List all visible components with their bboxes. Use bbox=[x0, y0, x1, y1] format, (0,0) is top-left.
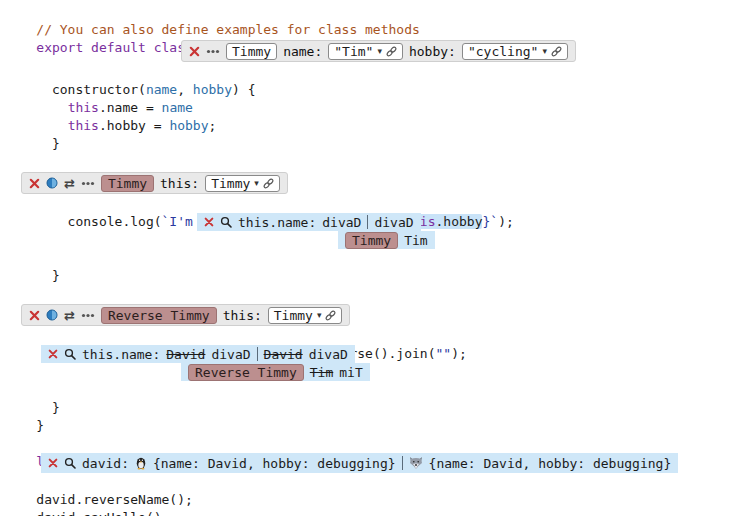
comment-token: // You can also define examples for clas… bbox=[36, 22, 420, 37]
name-param-label: name: bbox=[283, 44, 322, 59]
code-line-reverse-body[interactable]: this.name = this.name.split("").reverse(… bbox=[5, 327, 749, 345]
code-line-reverse-head[interactable]: reverseName() { bbox=[5, 285, 749, 303]
chevron-down-icon: ▾ bbox=[377, 47, 382, 56]
toggle-example-icon[interactable] bbox=[46, 177, 58, 189]
code-line-class-close[interactable]: } bbox=[5, 399, 749, 417]
code-token: console.log( bbox=[36, 214, 161, 229]
link-icon[interactable] bbox=[325, 310, 336, 321]
this-value-text: Timmy bbox=[274, 308, 313, 323]
example-chip[interactable]: Timmy bbox=[101, 175, 154, 192]
param-token: hobby bbox=[193, 82, 232, 97]
code-line-let-david[interactable]: let david = new Person("David", "debuggi… bbox=[5, 435, 749, 453]
remove-example-button[interactable] bbox=[29, 310, 40, 321]
value-divider bbox=[402, 456, 403, 470]
link-icon[interactable] bbox=[263, 178, 274, 189]
sayhello-probe-row2: Timmy Tim bbox=[338, 231, 749, 249]
code-token: david.sayHello(); bbox=[36, 510, 169, 516]
keyword-token: this bbox=[68, 100, 99, 115]
code-line-blank[interactable] bbox=[5, 267, 749, 285]
hobby-value-dropdown[interactable]: "cycling" ▾ bbox=[462, 43, 568, 60]
code-token: } bbox=[36, 136, 59, 151]
example-chip[interactable]: Timmy bbox=[345, 232, 398, 249]
hobby-value-text: "cycling" bbox=[468, 44, 538, 59]
code-line-reverse-close[interactable]: } bbox=[5, 381, 749, 399]
probe-old-value: David bbox=[264, 347, 303, 362]
swap-arrows-icon[interactable]: ⇄ bbox=[64, 176, 75, 191]
chevron-down-icon: ▾ bbox=[542, 47, 547, 56]
code-line-blank[interactable] bbox=[5, 417, 749, 435]
more-options-icon[interactable] bbox=[81, 181, 95, 186]
code-token bbox=[36, 100, 67, 115]
name-value-dropdown[interactable]: "Tim" ▾ bbox=[328, 43, 403, 60]
chevron-down-icon: ▾ bbox=[254, 179, 259, 188]
this-value-dropdown[interactable]: Timmy ▾ bbox=[205, 175, 280, 192]
david-probe-row: david: {name: David, hobby: debugging} {… bbox=[41, 453, 749, 473]
reverse-example-row: ⇄ Reverse Timmy this: Timmy ▾ bbox=[21, 303, 749, 327]
reverse-probe-row2: Reverse Timmy Tim miT bbox=[181, 363, 749, 381]
probe-value: divaD bbox=[374, 215, 413, 230]
remove-probe-button[interactable] bbox=[48, 349, 58, 359]
variable-token: hobby bbox=[169, 118, 208, 133]
code-line-log[interactable]: console.log(`I'm ${this.name} and I like… bbox=[5, 195, 749, 213]
probe-value: divaD bbox=[322, 215, 361, 230]
probe-widget: Reverse Timmy Tim miT bbox=[181, 363, 370, 381]
wolf-icon bbox=[409, 457, 423, 470]
string-token: }` bbox=[482, 214, 498, 229]
this-value-dropdown[interactable]: Timmy ▾ bbox=[268, 307, 343, 324]
code-token: david.reverseName(); bbox=[36, 492, 193, 507]
param-token: name bbox=[146, 82, 177, 97]
remove-example-button[interactable] bbox=[189, 46, 200, 57]
example-chip[interactable]: Reverse Timmy bbox=[101, 307, 217, 324]
value-divider bbox=[257, 347, 258, 361]
remove-probe-button[interactable] bbox=[48, 458, 58, 468]
remove-probe-button[interactable] bbox=[204, 217, 214, 227]
code-token: ); bbox=[451, 346, 467, 361]
code-line-sayhello-close[interactable]: } bbox=[5, 249, 749, 267]
code-line-blank[interactable] bbox=[5, 135, 749, 153]
magnifier-icon bbox=[64, 457, 76, 469]
this-label: this: bbox=[223, 308, 262, 323]
value-divider bbox=[367, 215, 368, 229]
probe-value: {name: David, hobby: debugging} bbox=[153, 456, 396, 471]
probe-value: miT bbox=[339, 365, 362, 380]
example-name-input[interactable]: Timmy bbox=[226, 43, 277, 60]
code-editor[interactable]: // You can also define examples for clas… bbox=[0, 0, 749, 509]
magnifier-icon bbox=[220, 216, 232, 228]
property-token: .hobby bbox=[436, 214, 483, 229]
probe-widget: Timmy Tim bbox=[338, 231, 435, 249]
code-token: } bbox=[36, 400, 59, 415]
code-token bbox=[36, 118, 67, 133]
keyword-token: export default class bbox=[36, 40, 200, 55]
this-value-text: Timmy bbox=[211, 176, 250, 191]
sayhello-example-widget: ⇄ Timmy this: Timmy ▾ bbox=[21, 172, 288, 194]
penguin-icon bbox=[135, 456, 147, 470]
link-icon[interactable] bbox=[386, 46, 397, 57]
probe-label: this.name: bbox=[82, 347, 160, 362]
code-token: constructor( bbox=[36, 82, 146, 97]
remove-example-button[interactable] bbox=[29, 178, 40, 189]
link-icon[interactable] bbox=[551, 46, 562, 57]
code-line-ctor-head[interactable]: constructor(name, hobby) { bbox=[5, 63, 749, 81]
this-label: this: bbox=[160, 176, 199, 191]
toggle-example-icon[interactable] bbox=[46, 309, 58, 321]
magnifier-icon bbox=[64, 348, 76, 360]
code-token: ; bbox=[209, 118, 217, 133]
more-options-icon[interactable] bbox=[206, 49, 220, 54]
probe-widget: david: {name: David, hobby: debugging} {… bbox=[41, 453, 678, 473]
probe-old-value: David bbox=[166, 347, 205, 362]
code-line-sayhello-head[interactable]: sayHello() { bbox=[5, 153, 749, 171]
sayhello-example-row: ⇄ Timmy this: Timmy ▾ bbox=[21, 171, 749, 195]
code-token: , bbox=[177, 82, 193, 97]
code-token: } bbox=[36, 268, 59, 283]
probe-value: divaD bbox=[309, 347, 348, 362]
code-line-call-reverse[interactable]: david.reverseName(); bbox=[5, 473, 749, 491]
class-example-row: Timmy name: "Tim" ▾ hobby: "cycling" ▾ bbox=[181, 39, 749, 63]
class-example-widget: Timmy name: "Tim" ▾ hobby: "cycling" ▾ bbox=[181, 40, 576, 62]
more-options-icon[interactable] bbox=[81, 313, 95, 318]
code-token: .hobby = bbox=[99, 118, 169, 133]
swap-arrows-icon[interactable]: ⇄ bbox=[64, 308, 75, 323]
chevron-down-icon: ▾ bbox=[317, 311, 322, 320]
hobby-param-label: hobby: bbox=[409, 44, 456, 59]
code-line-comment[interactable]: // You can also define examples for clas… bbox=[5, 3, 749, 21]
example-chip[interactable]: Reverse Timmy bbox=[188, 364, 304, 381]
